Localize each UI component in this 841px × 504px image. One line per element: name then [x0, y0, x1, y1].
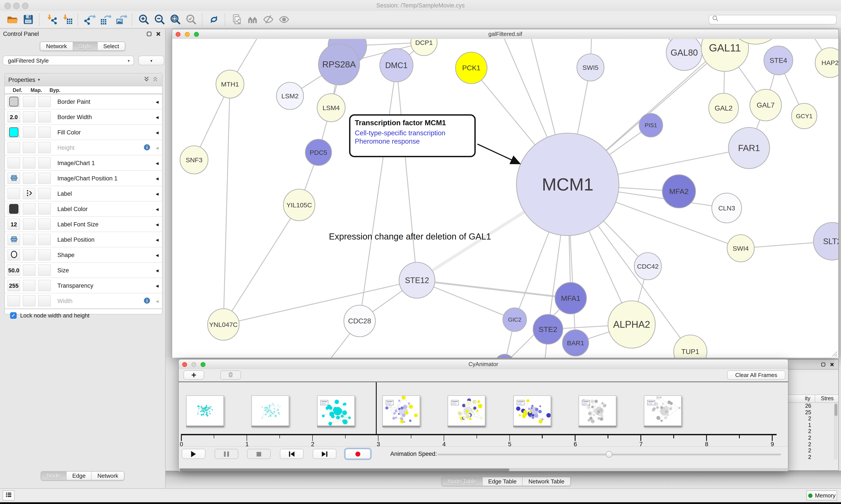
record-button[interactable]	[345, 449, 371, 459]
annotation-box[interactable]: Transcription factor MCM1 Cell-type-spec…	[349, 114, 476, 157]
property-cell[interactable]	[7, 188, 20, 199]
timeline-frame-5[interactable]	[448, 395, 485, 426]
timeline-frame-4[interactable]	[382, 395, 420, 426]
expand-row-icon[interactable]: ◂	[156, 267, 159, 273]
expand-row-icon[interactable]: ◂	[156, 129, 159, 136]
network-node-SLT2[interactable]: SLT2	[813, 222, 838, 260]
property-cell[interactable]	[23, 142, 35, 153]
table-row[interactable]: 2	[788, 448, 811, 454]
save-icon[interactable]	[21, 13, 35, 26]
refresh-icon[interactable]	[207, 13, 220, 26]
slider-thumb[interactable]	[606, 451, 612, 457]
table-row[interactable]: 2	[788, 429, 811, 435]
network-edge[interactable]	[223, 84, 230, 324]
tab-network[interactable]: Network	[40, 42, 73, 50]
network-node-LSM4[interactable]: LSM4	[317, 94, 345, 122]
property-cell[interactable]	[38, 96, 51, 107]
property-cell[interactable]	[38, 280, 51, 291]
network-node-MTH1[interactable]: MTH1	[216, 70, 244, 98]
timeline[interactable]: Seconds 0123456789	[179, 382, 788, 446]
network-node-MFA2[interactable]: MFA2	[662, 175, 696, 208]
property-cell[interactable]	[23, 173, 35, 184]
overview-icon[interactable]	[246, 13, 259, 26]
network-window-titlebar[interactable]: galFiltered.sif	[172, 29, 838, 39]
property-row-label-font-size[interactable]: 12Label Font Size◂	[5, 217, 162, 232]
expand-row-icon[interactable]: ◂	[156, 160, 159, 166]
stop-button[interactable]	[247, 449, 271, 459]
network-node-DMC1[interactable]: DMC1	[380, 49, 413, 82]
property-row-border-paint[interactable]: Border Paint◂	[5, 94, 162, 109]
property-cell[interactable]	[7, 157, 20, 168]
property-cell[interactable]	[7, 234, 20, 245]
close-panel-icon[interactable]	[829, 361, 835, 369]
property-cell[interactable]	[23, 96, 35, 107]
float-panel-icon[interactable]	[820, 361, 826, 369]
network-node-MCM1[interactable]: MCM1	[516, 133, 619, 236]
timeline-frame-2[interactable]	[252, 395, 289, 426]
tab-network[interactable]: Network	[92, 472, 124, 480]
animation-speed-slider[interactable]	[437, 454, 781, 455]
network-node-SWI5[interactable]: SWI5	[577, 54, 604, 81]
property-cell[interactable]	[23, 234, 35, 245]
property-cell[interactable]: 2.0	[7, 111, 20, 123]
skip-start-button[interactable]	[280, 449, 304, 459]
network-edge[interactable]	[223, 280, 417, 324]
expand-row-icon[interactable]: ◂	[156, 114, 159, 120]
property-cell[interactable]	[23, 295, 35, 307]
network-node-TUP1[interactable]: TUP1	[674, 335, 707, 358]
property-cell[interactable]	[23, 249, 35, 260]
table-column-header[interactable]: ity	[788, 395, 810, 401]
info-icon[interactable]: i	[143, 297, 151, 306]
export-image-icon[interactable]	[114, 13, 127, 26]
network-node-GIC2[interactable]: GIC2	[503, 308, 526, 331]
resize-grip[interactable]	[830, 350, 838, 357]
expand-row-icon[interactable]: ◂	[156, 144, 159, 151]
properties-menu-icon[interactable]: ▾	[38, 77, 40, 82]
property-cell[interactable]	[38, 173, 51, 184]
property-row-transparency[interactable]: 255Transparency◂	[5, 278, 162, 293]
property-row-label[interactable]: Label◂	[5, 186, 162, 201]
property-cell[interactable]	[38, 218, 51, 230]
cyanimator-titlebar[interactable]: CyAnimator	[179, 360, 788, 370]
network-node-PDC5[interactable]: PDC5	[305, 139, 332, 165]
property-cell[interactable]: 50.0	[7, 265, 20, 276]
tab-edge[interactable]: Edge	[67, 472, 92, 480]
expand-row-icon[interactable]: ◂	[156, 221, 159, 228]
zoom-selected-icon[interactable]	[184, 13, 198, 26]
property-cell[interactable]	[7, 127, 20, 138]
network-node-BAR1[interactable]: BAR1	[562, 330, 589, 356]
network-canvas[interactable]: DCP1RPS28ADMC1PCK1MTH1LSM2LSM4SNF3PDC5YI…	[172, 39, 838, 358]
hide-details-icon[interactable]	[262, 13, 275, 26]
pause-button[interactable]	[215, 449, 238, 459]
table-row[interactable]: 2	[788, 441, 811, 447]
property-row-image-chart-1[interactable]: Image/Chart 1◂	[5, 156, 162, 171]
delete-frame-button[interactable]	[220, 371, 241, 380]
import-table-icon[interactable]	[60, 13, 73, 26]
property-row-shape[interactable]: Shape◂	[5, 247, 162, 263]
property-cell[interactable]	[23, 188, 35, 199]
play-button[interactable]	[182, 449, 205, 459]
clear-all-frames-button[interactable]: Clear All Frames	[727, 371, 785, 380]
table-row[interactable]: 2	[788, 416, 811, 422]
property-cell[interactable]	[23, 203, 35, 215]
task-history-button[interactable]	[3, 490, 15, 501]
network-node-DCP1[interactable]: DCP1	[411, 39, 437, 56]
timeline-frame-3[interactable]	[317, 395, 355, 426]
close-panel-icon[interactable]	[155, 31, 162, 39]
expand-row-icon[interactable]: ◂	[156, 190, 159, 197]
import-network-icon[interactable]	[44, 13, 57, 26]
property-row-border-width[interactable]: 2.0Border Width◂	[5, 109, 162, 125]
property-cell[interactable]	[38, 111, 51, 123]
property-row-size[interactable]: 50.0Size◂	[5, 263, 162, 278]
tab-style[interactable]: Style	[73, 42, 98, 50]
timeline-scrollbar[interactable]	[179, 468, 788, 471]
network-node-ALPHA2[interactable]: ALPHA2	[608, 301, 655, 348]
table-row[interactable]: 2	[788, 435, 811, 441]
network-node-MFA1[interactable]: MFA1	[555, 283, 587, 314]
zoom-in-icon[interactable]	[137, 13, 150, 26]
tab-node[interactable]: Node	[41, 472, 67, 480]
expand-row-icon[interactable]: ◂	[156, 205, 159, 212]
expand-row-icon[interactable]: ◂	[156, 175, 159, 181]
property-cell[interactable]	[23, 127, 35, 138]
network-node-HAP2[interactable]: HAP2	[815, 48, 838, 77]
